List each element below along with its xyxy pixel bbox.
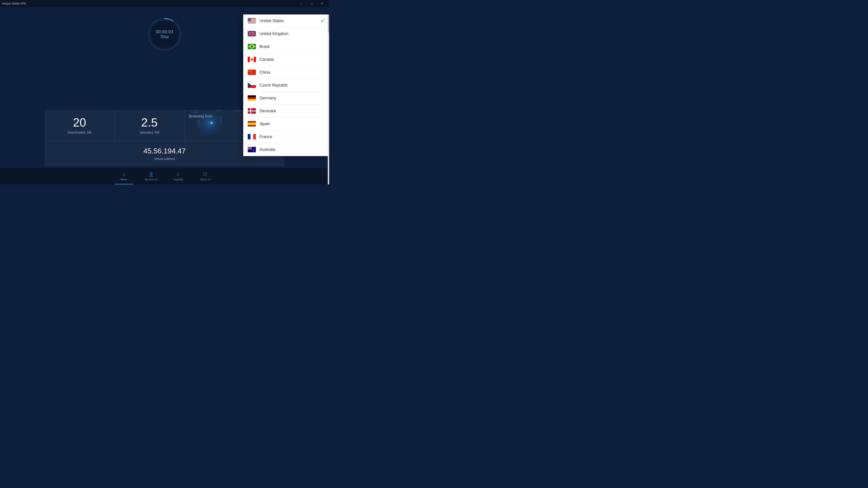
close-button[interactable]: ✕ [317, 0, 327, 7]
country-check-us: ✔ [321, 18, 324, 24]
flag-cn: ★ ★ ★ ★ ★ [248, 70, 256, 75]
svg-text:★: ★ [254, 151, 254, 152]
nav-about-us[interactable]: 🛡 About us [192, 168, 219, 184]
svg-rect-15 [193, 112, 193, 113]
svg-rect-11 [195, 110, 196, 110]
svg-rect-13 [198, 110, 199, 110]
svg-rect-134 [248, 134, 250, 139]
svg-rect-88 [239, 111, 239, 112]
country-name-br: Brasil [259, 44, 324, 49]
flag-de [248, 95, 256, 101]
nav-upgrade-label: Upgrade [174, 178, 183, 181]
country-name-au: Australia [259, 147, 324, 152]
flag-fr [248, 134, 256, 139]
download-stat: 20 Downloaded, MB [45, 110, 115, 141]
maximize-button[interactable]: □ [307, 0, 317, 7]
svg-rect-24 [194, 114, 195, 115]
country-name-de: Germany [259, 96, 324, 101]
dropdown-scrollbar-thumb[interactable] [328, 14, 329, 33]
location-dot [211, 122, 213, 124]
svg-rect-23 [197, 112, 197, 113]
svg-rect-52 [219, 111, 219, 112]
svg-rect-80 [236, 110, 237, 110]
nav-about-us-label: About us [200, 178, 210, 181]
svg-rect-8 [191, 111, 192, 111]
country-name-dk: Denmark [259, 109, 324, 113]
country-item-fr[interactable]: France [243, 130, 329, 143]
svg-rect-83 [240, 110, 241, 111]
svg-point-112 [251, 45, 253, 48]
window-controls: − □ ✕ [296, 0, 327, 7]
download-value: 20 [49, 117, 110, 128]
svg-rect-85 [235, 111, 235, 111]
country-dropdown: ★★★★★★ ★★★★★ ★★★★★★ United States ✔ [243, 14, 329, 156]
svg-rect-51 [217, 111, 218, 112]
svg-rect-104 [248, 23, 256, 23]
svg-rect-19 [198, 111, 199, 112]
country-item-au[interactable]: ★ ★ ★ ★ ★ Australia [243, 143, 329, 156]
svg-rect-81 [237, 110, 238, 110]
svg-rect-14 [191, 112, 192, 113]
upload-stat: 2.5 Uploaded, MB [115, 110, 184, 141]
minimize-button[interactable]: − [296, 0, 307, 7]
dropdown-scrollbar-track[interactable] [328, 14, 329, 184]
svg-rect-127 [248, 97, 256, 99]
country-name-us: United States [259, 19, 317, 23]
flag-ca: 🍁 [248, 57, 256, 62]
svg-rect-4 [193, 110, 193, 110]
stop-button[interactable]: Stop [156, 34, 174, 39]
svg-rect-133 [248, 123, 256, 125]
nav-upgrade[interactable]: ☆ Upgrade [164, 168, 192, 184]
svg-rect-9 [193, 111, 193, 111]
svg-rect-128 [248, 99, 256, 101]
svg-rect-20 [193, 113, 193, 114]
flag-es [248, 121, 256, 127]
nav-my-account-label: My account [145, 178, 157, 181]
nav-home-label: Home [121, 178, 127, 181]
svg-rect-135 [250, 134, 253, 139]
country-item-cz[interactable]: Czech Republic [243, 79, 329, 92]
svg-rect-82 [239, 110, 239, 110]
flag-au: ★ ★ ★ ★ ★ [248, 147, 256, 152]
country-item-es[interactable]: Spain [243, 118, 329, 130]
svg-rect-10 [194, 110, 195, 111]
flag-cz [248, 83, 256, 88]
download-label: Downloaded, MB [49, 131, 110, 134]
svg-rect-50 [220, 110, 221, 110]
svg-rect-3 [191, 110, 192, 110]
country-item-cn[interactable]: ★ ★ ★ ★ ★ China [243, 66, 329, 79]
title-bar: Hotspot Shield VPN − □ ✕ [0, 0, 329, 7]
country-item-ca[interactable]: 🍁 Canada [243, 53, 329, 66]
country-item-de[interactable]: Germany [243, 92, 329, 105]
svg-rect-102 [248, 22, 256, 22]
svg-rect-55 [221, 116, 222, 117]
nav-my-account[interactable]: 👤 My account [137, 168, 164, 184]
shield-icon: 🛡 [203, 172, 208, 177]
map-glow [196, 110, 223, 136]
country-name-ca: Canada [259, 57, 324, 62]
country-name-fr: France [259, 134, 324, 139]
svg-rect-78 [233, 110, 234, 110]
country-item-us[interactable]: ★★★★★★ ★★★★★ ★★★★★★ United States ✔ [243, 14, 329, 27]
svg-rect-87 [237, 111, 238, 112]
svg-rect-21 [194, 113, 195, 113]
country-name-es: Spain [259, 122, 324, 126]
flag-dk [248, 108, 256, 113]
svg-text:★: ★ [252, 149, 253, 150]
svg-rect-22 [195, 112, 196, 113]
nav-home[interactable]: ⌂ Home [110, 168, 137, 184]
svg-rect-84 [233, 111, 234, 111]
country-item-uk[interactable]: United Kingdom [243, 27, 329, 40]
svg-rect-115 [254, 57, 256, 62]
star-icon: ☆ [176, 172, 180, 177]
upload-value: 2.5 [119, 117, 180, 128]
upload-label: Uploaded, MB [119, 131, 180, 134]
timer-circle[interactable]: 00:00:03 Stop [147, 16, 183, 53]
country-item-dk[interactable]: Denmark [243, 105, 329, 118]
svg-text:★: ★ [248, 70, 250, 72]
svg-text:★: ★ [255, 150, 256, 151]
svg-rect-131 [248, 110, 256, 111]
country-item-br[interactable]: Brasil [243, 40, 329, 53]
timer-display: 00:00:03 [156, 30, 174, 34]
main-content: 00:00:03 Stop 20 Downloaded, MB 2.5 Uplo… [0, 7, 329, 184]
